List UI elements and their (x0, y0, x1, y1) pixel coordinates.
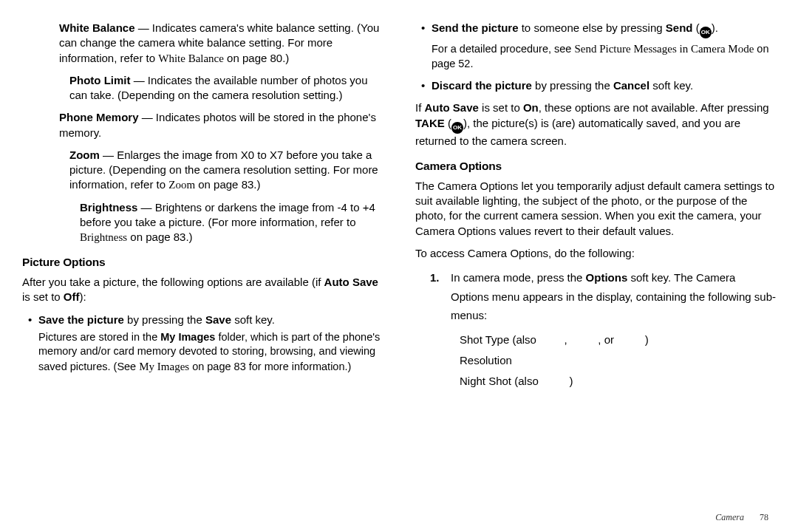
camera-options-heading: Camera Options (415, 159, 776, 174)
save-picture-detail: Pictures are stored in the My Images fol… (38, 330, 383, 375)
send-picture-bullet: Send the picture to someone else by pres… (421, 21, 776, 38)
auto-save-paragraph: If Auto Save is set to On, these options… (415, 100, 776, 149)
term-tail: on page 83.) (195, 178, 260, 191)
term-tail: on page 83.) (127, 231, 192, 243)
discard-picture-bullet: Discard the picture by pressing the Canc… (421, 78, 776, 93)
cross-ref: Brightness (80, 231, 127, 243)
footer-section: Camera (715, 512, 744, 522)
footer-page-number: 78 (760, 512, 768, 522)
submenu-night-shot: Night Shot (also ) (460, 374, 776, 389)
page-footer: Camera 78 (715, 511, 768, 523)
ok-icon: OK (700, 27, 712, 38)
send-picture-detail: For a detailed procedure, see Send Pictu… (432, 41, 776, 71)
submenu-shot-type: Shot Type (also , , or ) (460, 332, 776, 347)
photo-limit-item: Photo Limit — Indicates the available nu… (69, 73, 383, 103)
phone-memory-item: Phone Memory — Indicates photos will be … (59, 110, 383, 140)
camera-options-access: To access Camera Options, do the followi… (415, 246, 776, 261)
picture-options-heading: Picture Options (22, 255, 383, 270)
step-1: 1. In camera mode, press the Options sof… (430, 268, 776, 325)
submenu-list: Shot Type (also , , or ) Resolution Nigh… (460, 332, 776, 389)
brightness-item: Brightness — Brightens or darkens the im… (80, 200, 383, 245)
term-tail: on page 80.) (224, 52, 289, 64)
term-label: White Balance (59, 21, 135, 34)
picture-options-intro: After you take a picture, the following … (22, 275, 383, 305)
ok-icon: OK (451, 122, 463, 134)
camera-options-intro: The Camera Options let you temporarily a… (415, 179, 776, 239)
white-balance-item: White Balance — Indicates camera's white… (59, 21, 383, 66)
manual-page: White Balance — Indicates camera's white… (0, 0, 798, 510)
submenu-resolution: Resolution (460, 353, 776, 368)
zoom-item: Zoom — Enlarges the image from X0 to X7 … (69, 148, 383, 193)
right-column: Send the picture to someone else by pres… (399, 21, 776, 510)
save-picture-bullet: Save the picture by pressing the Save so… (28, 313, 383, 327)
term-label: Brightness (80, 201, 137, 214)
term-label: Phone Memory (59, 111, 139, 123)
cross-ref: White Balance (158, 52, 224, 64)
step-number: 1. (430, 268, 440, 287)
term-label: Zoom (69, 149, 100, 161)
left-column: White Balance — Indicates camera's white… (22, 21, 399, 510)
cross-ref: Zoom (168, 179, 195, 191)
term-label: Photo Limit (69, 74, 131, 86)
